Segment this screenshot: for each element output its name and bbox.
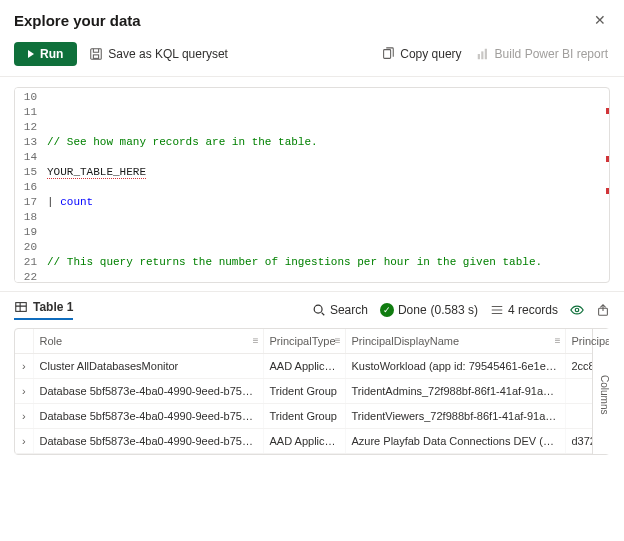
results-grid: Columns Role≡ PrincipalType≡ PrincipalDi… (14, 328, 610, 455)
column-menu-icon[interactable]: ≡ (555, 335, 561, 346)
close-button[interactable]: ✕ (590, 8, 610, 32)
error-marker (606, 156, 609, 162)
table-row[interactable]: ›Database 5bf5873e-4ba0-4990-9eed-b75cd6… (15, 404, 609, 429)
search-label: Search (330, 303, 368, 317)
svg-rect-3 (477, 54, 479, 59)
svg-rect-1 (94, 55, 99, 59)
cell-principaldisplayname: TridentViewers_72f988bf-86f1-41af-91ab-2… (345, 404, 565, 429)
line-gutter: 1011121314151617181920212223 (15, 88, 43, 282)
svg-rect-4 (481, 51, 483, 59)
status-label: Done (398, 303, 427, 317)
code-comment: // See how many records are in the table… (47, 136, 318, 148)
svg-point-8 (575, 308, 579, 312)
column-label: Role (40, 335, 63, 347)
cell-principaldisplayname: TridentAdmins_72f988bf-86f1-41af-91ab-2d… (345, 379, 565, 404)
status-time: (0.583 s) (431, 303, 478, 317)
cell-role: Cluster AllDatabasesMonitor (33, 354, 263, 379)
svg-rect-2 (384, 50, 391, 59)
expand-all-header (15, 329, 33, 354)
table-row[interactable]: ›Database 5bf5873e-4ba0-4990-9eed-b75cd6… (15, 429, 609, 454)
table-header-row: Role≡ PrincipalType≡ PrincipalDisplayNam… (15, 329, 609, 354)
search-button[interactable]: Search (312, 303, 368, 317)
svg-rect-0 (91, 49, 102, 60)
toolbar: Run Save as KQL queryset Copy query Buil… (0, 36, 624, 77)
expand-row-icon[interactable]: › (15, 404, 33, 429)
table-row[interactable]: ›Cluster AllDatabasesMonitorAAD Applicat… (15, 354, 609, 379)
expand-row-icon[interactable]: › (15, 379, 33, 404)
save-queryset-button[interactable]: Save as KQL queryset (87, 43, 230, 65)
column-label: PrincipalObjec (572, 335, 610, 347)
tab-table-1[interactable]: Table 1 (14, 300, 73, 320)
results-toolbar: Table 1 Search ✓ Done (0.583 s) 4 record… (0, 291, 624, 324)
copy-icon (381, 47, 395, 61)
column-menu-icon[interactable]: ≡ (335, 335, 341, 346)
search-icon (312, 303, 326, 317)
cell-principaldisplayname: KustoWorkload (app id: 79545461-6e1e-42e… (345, 354, 565, 379)
cell-role: Database 5bf5873e-4ba0-4990-9eed-b75cd63… (33, 379, 263, 404)
error-marker (606, 108, 609, 114)
column-menu-icon[interactable]: ≡ (253, 335, 259, 346)
svg-point-7 (314, 305, 322, 313)
run-button[interactable]: Run (14, 42, 77, 66)
copy-query-button[interactable]: Copy query (379, 43, 463, 65)
tab-label: Table 1 (33, 300, 73, 314)
code-identifier: YOUR_TABLE_HERE (47, 166, 146, 179)
table-icon (14, 300, 28, 314)
query-status: ✓ Done (0.583 s) (380, 303, 478, 317)
records-count: 4 records (490, 303, 558, 317)
play-icon (28, 50, 34, 58)
cell-principaltype: Trident Group (263, 404, 345, 429)
save-icon (89, 47, 103, 61)
check-icon: ✓ (380, 303, 394, 317)
view-icon[interactable] (570, 303, 584, 317)
records-label: 4 records (508, 303, 558, 317)
run-label: Run (40, 47, 63, 61)
svg-rect-6 (16, 303, 27, 312)
expand-row-icon[interactable]: › (15, 429, 33, 454)
column-header-role[interactable]: Role≡ (33, 329, 263, 354)
code-keyword: count (60, 196, 93, 208)
error-marker (606, 188, 609, 194)
svg-rect-5 (484, 49, 486, 60)
expand-row-icon[interactable]: › (15, 354, 33, 379)
code-comment: // This query returns the number of inge… (47, 256, 542, 268)
code-editor[interactable]: 1011121314151617181920212223 // See how … (14, 87, 610, 283)
column-header-principaltype[interactable]: PrincipalType≡ (263, 329, 345, 354)
table-row[interactable]: ›Database 5bf5873e-4ba0-4990-9eed-b75cd6… (15, 379, 609, 404)
page-title: Explore your data (14, 12, 141, 29)
build-powerbi-label: Build Power BI report (495, 47, 608, 61)
cell-principaltype: AAD Application (263, 354, 345, 379)
records-icon (490, 303, 504, 317)
copy-query-label: Copy query (400, 47, 461, 61)
cell-role: Database 5bf5873e-4ba0-4990-9eed-b75cd63… (33, 404, 263, 429)
save-queryset-label: Save as KQL queryset (108, 47, 228, 61)
cell-principaltype: Trident Group (263, 379, 345, 404)
column-label: PrincipalDisplayName (352, 335, 460, 347)
cell-principaltype: AAD Application (263, 429, 345, 454)
cell-role: Database 5bf5873e-4ba0-4990-9eed-b75cd63… (33, 429, 263, 454)
build-powerbi-button[interactable]: Build Power BI report (474, 43, 610, 65)
powerbi-icon (476, 47, 490, 61)
export-icon[interactable] (596, 303, 610, 317)
column-label: PrincipalType (270, 335, 336, 347)
code-content[interactable]: // See how many records are in the table… (43, 88, 609, 282)
column-header-principalobject[interactable]: PrincipalObjec (565, 329, 609, 354)
cell-principaldisplayname: Azure Playfab Data Connections DEV (app … (345, 429, 565, 454)
column-header-principaldisplayname[interactable]: PrincipalDisplayName≡ (345, 329, 565, 354)
